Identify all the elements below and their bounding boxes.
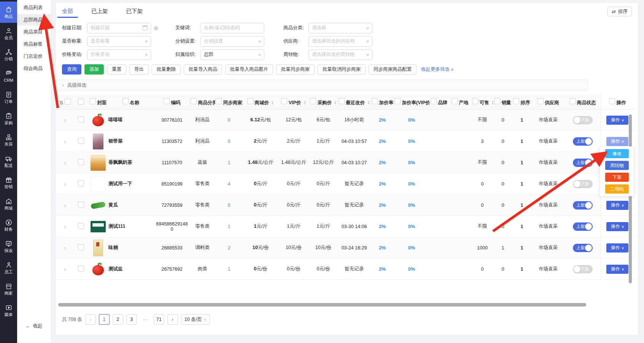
sidebar-module-item[interactable]: 库房 bbox=[0, 129, 17, 151]
table-header-cell[interactable]: ⇅ 商品状态 ▲▼ bbox=[565, 95, 601, 110]
sidebar-module-item[interactable]: 营销 bbox=[0, 172, 17, 193]
page-number-button[interactable]: 2 bbox=[113, 314, 123, 325]
row-expand-icon[interactable]: › bbox=[64, 244, 66, 251]
table-header-cell[interactable]: ⇅ 加价率(VIP价) ▲▼ bbox=[394, 95, 429, 110]
select-all-checkbox[interactable] bbox=[65, 98, 71, 105]
filter-input[interactable]: 是否称重 ∨ bbox=[87, 36, 151, 47]
table-header-cell[interactable]: ⇅ 排序 ▲▼ bbox=[512, 95, 531, 110]
row-checkbox[interactable] bbox=[78, 202, 84, 208]
table-header-cell[interactable]: ⇅ 名称 ▲▼ bbox=[108, 95, 154, 110]
table-header-cell[interactable]: ⇅ VIP价 ▲▼ bbox=[278, 95, 309, 110]
row-expand-icon[interactable]: › bbox=[64, 159, 66, 166]
filter-input[interactable]: 请选择筛选的周转物 ∨ bbox=[308, 49, 372, 60]
action-menu-item[interactable]: 二维码 bbox=[605, 184, 629, 194]
toolbar-button[interactable]: 同步商家商品配置 bbox=[369, 64, 417, 75]
table-header-cell[interactable]: ⇅ 销量 ▲▼ bbox=[493, 95, 512, 110]
select-all-checkbox[interactable] bbox=[394, 98, 401, 104]
sync-merchant-count[interactable]: 0 bbox=[228, 203, 231, 208]
toolbar-button[interactable]: 批量取消同步商家 bbox=[318, 64, 366, 75]
row-checkbox[interactable] bbox=[78, 180, 84, 186]
select-all-checkbox[interactable] bbox=[609, 98, 615, 104]
sort-button[interactable]: ⇄ 排序 bbox=[607, 6, 632, 16]
select-all-checkbox[interactable] bbox=[281, 98, 287, 104]
subnav-item[interactable]: 门店定价 bbox=[17, 51, 51, 62]
sync-merchant-count[interactable]: 2 bbox=[228, 245, 231, 251]
select-all-checkbox[interactable] bbox=[310, 98, 316, 104]
select-all-checkbox[interactable] bbox=[452, 98, 458, 104]
collapse-sidebar-button[interactable]: ← 收起 bbox=[17, 323, 51, 329]
table-header-cell[interactable]: ⇅ 最近改价 ▲▼ bbox=[337, 95, 371, 110]
toolbar-button[interactable]: 查询 bbox=[62, 64, 81, 75]
prev-page-button[interactable]: ‹ bbox=[85, 314, 96, 325]
select-all-checkbox[interactable] bbox=[339, 98, 345, 104]
filter-input[interactable]: 分销设置 ∨ bbox=[200, 36, 264, 47]
page-size-select[interactable]: 10 条/页 ∨ bbox=[181, 314, 210, 325]
select-all-checkbox[interactable] bbox=[494, 98, 500, 104]
select-all-checkbox[interactable] bbox=[78, 98, 84, 105]
shelf-status-toggle[interactable]: 上架 bbox=[573, 244, 593, 252]
sidebar-module-item[interactable]: 会员 bbox=[0, 23, 17, 44]
select-all-checkbox[interactable] bbox=[472, 98, 478, 104]
shelf-status-toggle[interactable]: 上架 bbox=[573, 222, 593, 231]
table-header-cell[interactable]: ⇅ 商城价 ▲▼ bbox=[243, 95, 278, 110]
sidebar-module-item[interactable]: 分销 bbox=[0, 44, 17, 65]
table-header-cell[interactable]: ⇅ ▲▼ bbox=[73, 95, 89, 110]
sort-carets-icon[interactable]: ▲▼ bbox=[271, 100, 274, 105]
table-header-cell[interactable]: ⇅ 供应商 ▲▼ bbox=[531, 95, 565, 110]
select-all-checkbox[interactable] bbox=[216, 98, 222, 104]
table-header-cell[interactable]: ⇅ 加价率 ▲▼ bbox=[371, 95, 394, 110]
row-expand-icon[interactable]: › bbox=[64, 265, 66, 273]
sidebar-module-item[interactable]: CRM CRM bbox=[0, 65, 17, 87]
select-all-checkbox[interactable] bbox=[191, 98, 197, 104]
sync-merchant-count[interactable]: 4 bbox=[228, 181, 231, 187]
sidebar-module-item[interactable]: 订单 bbox=[0, 87, 17, 108]
select-all-checkbox[interactable] bbox=[122, 98, 129, 104]
toolbar-button[interactable]: 添加 bbox=[84, 64, 104, 75]
sidebar-module-item[interactable]: 财务 bbox=[0, 214, 17, 236]
row-expand-icon[interactable]: › bbox=[64, 201, 66, 209]
sort-carets-icon[interactable]: ▲▼ bbox=[491, 100, 493, 105]
row-checkbox[interactable] bbox=[78, 138, 84, 144]
row-action-button[interactable]: 操作 ∨ bbox=[606, 137, 628, 146]
status-tab[interactable]: 已下架 bbox=[126, 3, 143, 20]
shelf-status-toggle[interactable]: 上架 bbox=[573, 201, 593, 210]
row-checkbox[interactable] bbox=[78, 159, 84, 165]
vertical-scrollbar[interactable] bbox=[629, 114, 632, 283]
filter-input[interactable]: 总部 ∨ bbox=[200, 49, 264, 60]
page-number-button[interactable]: 1 bbox=[99, 314, 110, 325]
shelf-status-toggle[interactable]: 下架 bbox=[573, 265, 593, 273]
sidebar-module-item[interactable]: 报表 bbox=[0, 236, 17, 257]
shelf-status-toggle[interactable]: 下架 bbox=[573, 116, 593, 124]
table-header-cell[interactable]: ⇅ 编码 ▲▼ bbox=[154, 95, 190, 110]
select-all-checkbox[interactable] bbox=[164, 98, 170, 104]
status-tab[interactable]: 全部 bbox=[62, 3, 73, 20]
action-menu-item[interactable]: 周转物 bbox=[605, 161, 629, 170]
row-action-button[interactable]: 操作 ∨ bbox=[606, 116, 628, 125]
table-header-cell[interactable]: ⇅ 产地 ▲▼ bbox=[448, 95, 471, 110]
select-all-checkbox[interactable] bbox=[247, 98, 253, 104]
select-all-checkbox[interactable] bbox=[513, 98, 519, 104]
table-header-cell[interactable]: ⇅ 采购价 ▲▼ bbox=[309, 95, 337, 110]
action-menu-item[interactable]: 修改 bbox=[605, 149, 629, 158]
sidebar-module-item[interactable]: 媒体 bbox=[0, 300, 17, 321]
toolbar-button[interactable]: 批量导入商品 bbox=[184, 64, 222, 75]
shelf-status-toggle[interactable]: 上架 bbox=[573, 137, 593, 146]
sync-merchant-count[interactable]: 1 bbox=[228, 224, 231, 229]
toolbar-button[interactable]: 批量同步商家 bbox=[276, 64, 315, 75]
row-expand-icon[interactable]: › bbox=[64, 180, 66, 187]
sidebar-module-item[interactable]: 采购 bbox=[0, 108, 17, 129]
filter-input[interactable]: 价格变动 ∨ bbox=[87, 49, 151, 60]
subnav-item[interactable]: 商品列表 bbox=[17, 2, 51, 13]
select-all-checkbox[interactable] bbox=[569, 98, 576, 104]
toolbar-button[interactable]: 重置 bbox=[107, 64, 126, 75]
action-menu-item[interactable]: 下架 bbox=[605, 173, 629, 182]
next-page-button[interactable]: › bbox=[167, 314, 178, 325]
subnav-item[interactable]: 商品标签 bbox=[17, 38, 51, 50]
filter-input[interactable]: 名称/速记码/条码 ∨ bbox=[200, 23, 264, 33]
select-all-checkbox[interactable] bbox=[431, 98, 437, 104]
horizontal-scrollbar[interactable] bbox=[58, 303, 586, 306]
shelf-status-toggle[interactable]: 下架 bbox=[573, 180, 593, 188]
sync-merchant-count[interactable]: 0 bbox=[228, 139, 231, 144]
sidebar-module-item[interactable]: 配送 bbox=[0, 151, 17, 172]
sync-merchant-count[interactable]: 1 bbox=[228, 267, 231, 272]
